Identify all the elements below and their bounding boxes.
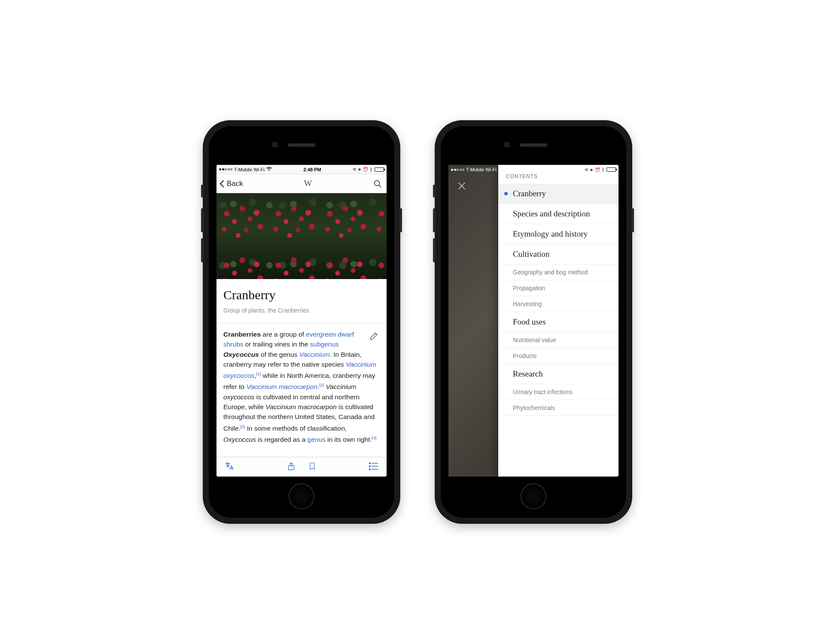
carrier-label: T-Mobile Wi-Fi	[466, 167, 497, 172]
svg-point-8	[369, 468, 371, 470]
bookmark-button[interactable]	[308, 461, 317, 473]
wifi-icon	[498, 167, 504, 172]
toc-item[interactable]: Products	[498, 348, 619, 364]
status-bar: T-Mobile Wi-Fi 2:49 PM ⟲ ➤ ⏰ ᛒ	[448, 165, 619, 174]
link-genus[interactable]: genus	[308, 436, 326, 443]
link-vaccinium-macrocarpon[interactable]: Vaccinium macrocarpon	[246, 383, 317, 391]
toc-item[interactable]: Food uses	[498, 312, 619, 332]
bluetooth-icon: ᛒ	[602, 167, 605, 172]
toc-item[interactable]: Cultivation	[498, 244, 619, 264]
toc-item[interactable]: Etymology and history	[498, 224, 619, 244]
divider	[216, 323, 387, 323]
ref-1[interactable]: [1]	[256, 371, 261, 376]
wifi-icon	[266, 167, 272, 172]
contents-list[interactable]: CranberrySpecies and descriptionEtymolog…	[498, 184, 619, 477]
share-button[interactable]	[286, 461, 296, 473]
toc-item-label: Species and description	[513, 209, 590, 218]
bluetooth-icon: ᛒ	[370, 167, 373, 172]
article-lead-paragraph: Cranberries are a group of evergreen dwa…	[223, 329, 380, 444]
toc-item-label: Cultivation	[513, 249, 550, 258]
toc-item-label: Cranberry	[513, 189, 546, 198]
toc-item-label: Etymology and history	[513, 229, 588, 238]
toc-item-label: Urinary tract infections	[513, 389, 573, 395]
phone-frame-right: T-Mobile Wi-Fi 2:49 PM ⟲ ➤ ⏰ ᛒ	[435, 120, 632, 524]
toc-item-label: Harvesting	[513, 301, 542, 307]
toc-item-label: Food uses	[513, 317, 546, 326]
signal-dots-icon	[451, 169, 464, 171]
svg-line-1	[379, 185, 381, 187]
article-title: Cranberry	[223, 285, 380, 304]
screen-article: T-Mobile Wi-Fi 2:48 PM ⟲ ➤ ⏰ ᛒ	[216, 165, 387, 477]
article-hero-image[interactable]	[216, 193, 387, 279]
carrier-label: T-Mobile Wi-Fi	[234, 167, 265, 172]
orientation-lock-icon: ⟲	[353, 167, 356, 172]
toc-item[interactable]: Harvesting	[498, 296, 619, 312]
toc-item[interactable]: Cranberry	[498, 184, 619, 204]
toc-item-label: Nutritional value	[513, 337, 556, 343]
toc-item[interactable]: Geography and bog method	[498, 264, 619, 280]
toc-item[interactable]: Propagation	[498, 280, 619, 296]
screen-contents: T-Mobile Wi-Fi 2:49 PM ⟲ ➤ ⏰ ᛒ	[448, 165, 619, 477]
home-button[interactable]	[289, 483, 314, 509]
contents-button[interactable]	[369, 462, 379, 472]
toc-item-label: Geography and bog method	[513, 269, 588, 276]
link-subgenus[interactable]: subgenus	[310, 340, 339, 348]
toc-item[interactable]: Phytochemicals	[498, 400, 619, 416]
battery-icon	[375, 167, 384, 172]
close-button[interactable]	[457, 181, 466, 192]
alarm-icon: ⏰	[595, 167, 600, 172]
status-time: 2:49 PM	[535, 167, 553, 172]
article-scroll[interactable]: Cranberry Group of plants, the Cranberri…	[216, 193, 387, 457]
svg-point-6	[369, 465, 371, 467]
toc-item-label: Research	[513, 369, 543, 378]
search-button[interactable]	[373, 179, 382, 188]
toc-item-label: Products	[513, 352, 536, 359]
contents-panel: CONTENTS CranberrySpecies and descriptio…	[498, 165, 619, 477]
svg-point-0	[375, 180, 380, 185]
status-time: 2:48 PM	[303, 167, 321, 172]
signal-dots-icon	[219, 168, 232, 170]
toc-item[interactable]: Research	[498, 364, 619, 384]
toc-item[interactable]: Urinary tract infections	[498, 384, 619, 400]
toc-item[interactable]: Species and description	[498, 204, 619, 224]
edit-button[interactable]	[369, 330, 380, 344]
ref-3[interactable]: [3]	[241, 424, 245, 429]
languages-button[interactable]	[224, 461, 235, 473]
ref-2[interactable]: [2]	[319, 383, 324, 387]
back-button[interactable]: Back	[221, 179, 243, 188]
status-bar: T-Mobile Wi-Fi 2:48 PM ⟲ ➤ ⏰ ᛒ	[216, 165, 387, 174]
location-icon: ➤	[590, 167, 593, 172]
link-vaccinium[interactable]: Vaccinium	[299, 351, 330, 358]
bottom-toolbar	[216, 457, 387, 477]
ref-4[interactable]: [4]	[372, 435, 377, 440]
toc-item[interactable]: Nutritional value	[498, 332, 619, 348]
toc-item-label: Propagation	[513, 285, 545, 292]
location-icon: ➤	[358, 167, 361, 172]
article-subtitle: Group of plants, the Cranberries	[223, 306, 380, 315]
svg-point-4	[369, 462, 371, 464]
navbar: Back W	[216, 174, 387, 193]
toc-item-label: Phytochemicals	[513, 404, 555, 411]
home-button[interactable]	[521, 483, 546, 509]
alarm-icon: ⏰	[363, 167, 368, 172]
orientation-lock-icon: ⟲	[585, 167, 588, 172]
battery-icon	[606, 167, 616, 172]
wikipedia-logo[interactable]: W	[304, 179, 312, 188]
back-label: Back	[227, 179, 243, 188]
chevron-left-icon	[220, 180, 227, 187]
svg-rect-2	[370, 331, 378, 340]
phone-frame-left: T-Mobile Wi-Fi 2:48 PM ⟲ ➤ ⏰ ᛒ	[203, 120, 400, 524]
link-evergreen[interactable]: evergreen	[306, 331, 336, 338]
